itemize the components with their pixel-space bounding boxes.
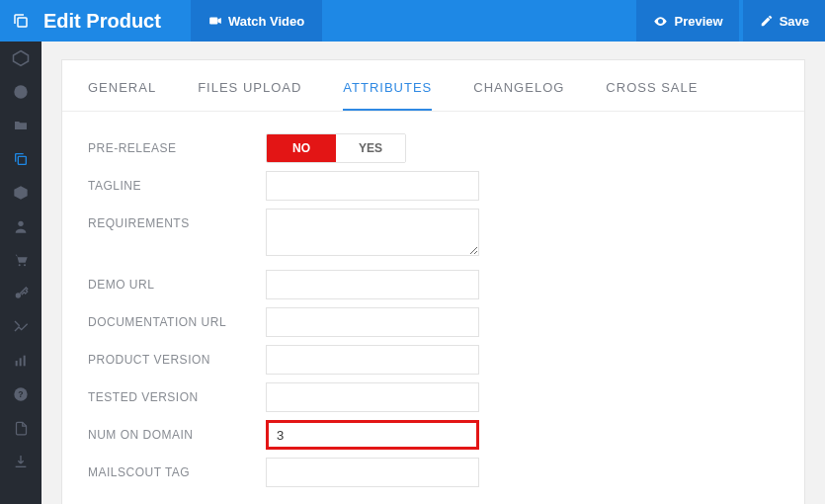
tab-attributes[interactable]: ATTRIBUTES: [343, 80, 432, 111]
label-pre-release: PRE-RELEASE: [88, 133, 266, 155]
tab-changelog[interactable]: CHANGELOG: [473, 80, 564, 111]
tab-general[interactable]: GENERAL: [88, 80, 156, 111]
edit-icon: [760, 14, 774, 28]
watch-video-button[interactable]: Watch Video: [191, 0, 322, 42]
sidebar-item-box[interactable]: [0, 176, 41, 210]
sidebar: ?: [0, 42, 41, 504]
svg-point-8: [16, 293, 21, 297]
svg-rect-0: [18, 18, 27, 27]
card: GENERAL FILES UPLOAD ATTRIBUTES CHANGELO…: [61, 59, 805, 504]
tabs: GENERAL FILES UPLOAD ATTRIBUTES CHANGELO…: [62, 60, 804, 112]
row-mailscout-tag: MAILSCOUT TAG: [62, 458, 804, 487]
svg-rect-11: [24, 356, 26, 367]
copy-icon: [0, 0, 41, 42]
sidebar-item-help[interactable]: ?: [0, 378, 41, 411]
label-tested-version: TESTED VERSION: [88, 382, 266, 404]
sidebar-item-products[interactable]: [0, 142, 41, 176]
label-tagline: TAGLINE: [88, 171, 266, 193]
svg-marker-2: [14, 51, 29, 66]
label-demo-url: DEMO URL: [88, 270, 266, 292]
svg-rect-10: [20, 358, 22, 366]
sidebar-item-key[interactable]: [0, 277, 41, 310]
label-num-on-domain: NUM ON DOMAIN: [88, 420, 266, 442]
input-num-on-domain[interactable]: [266, 420, 479, 450]
sidebar-item-user[interactable]: [0, 210, 41, 243]
sidebar-item-download[interactable]: [0, 445, 41, 478]
input-requirements[interactable]: [266, 209, 479, 256]
row-tested-version: TESTED VERSION: [62, 382, 804, 412]
svg-rect-1: [209, 18, 217, 25]
video-icon: [208, 14, 222, 28]
watch-video-label: Watch Video: [228, 14, 304, 29]
eye-icon: [653, 14, 668, 29]
svg-rect-4: [18, 156, 26, 164]
input-tested-version[interactable]: [266, 382, 479, 412]
page-title: Edit Product: [41, 10, 191, 33]
svg-text:?: ?: [18, 389, 23, 399]
tab-cross-sale[interactable]: CROSS SALE: [606, 80, 698, 111]
sidebar-item-folder[interactable]: [0, 109, 41, 142]
form-area: PRE-RELEASE NO YES TAGLINE REQUIREMENTS …: [62, 112, 804, 504]
row-tagline: TAGLINE: [62, 171, 804, 201]
row-documentation-url: DOCUMENTATION URL: [62, 307, 804, 337]
sidebar-item-logo[interactable]: [0, 42, 41, 75]
input-mailscout-tag[interactable]: [266, 458, 479, 487]
svg-rect-9: [16, 361, 18, 366]
svg-point-3: [14, 85, 27, 98]
row-demo-url: DEMO URL: [62, 270, 804, 299]
row-requirements: REQUIREMENTS: [62, 209, 804, 256]
input-tagline[interactable]: [266, 171, 479, 201]
save-button[interactable]: Save: [743, 0, 825, 42]
label-requirements: REQUIREMENTS: [88, 209, 266, 230]
label-product-version: PRODUCT VERSION: [88, 345, 266, 367]
sidebar-item-page[interactable]: [0, 411, 41, 445]
svg-point-6: [19, 264, 21, 266]
preview-label: Preview: [674, 14, 722, 29]
row-pre-release: PRE-RELEASE NO YES: [62, 133, 804, 163]
input-documentation-url[interactable]: [266, 307, 479, 337]
row-num-on-domain: NUM ON DOMAIN: [62, 420, 804, 450]
input-product-version[interactable]: [266, 345, 479, 375]
pre-release-toggle: NO YES: [266, 133, 406, 163]
row-product-version: PRODUCT VERSION: [62, 345, 804, 375]
pre-release-yes[interactable]: YES: [336, 134, 405, 162]
save-label: Save: [780, 14, 809, 29]
sidebar-item-tools[interactable]: [0, 310, 41, 344]
preview-button[interactable]: Preview: [636, 0, 738, 42]
sidebar-item-dashboard[interactable]: [0, 75, 41, 109]
tab-files-upload[interactable]: FILES UPLOAD: [198, 80, 301, 111]
main: GENERAL FILES UPLOAD ATTRIBUTES CHANGELO…: [41, 42, 825, 504]
label-documentation-url: DOCUMENTATION URL: [88, 307, 266, 329]
svg-point-5: [18, 221, 23, 226]
input-demo-url[interactable]: [266, 270, 479, 299]
body-row: ? GENERAL FILES UPLOAD ATTRIBUTES CHANGE…: [0, 42, 825, 504]
pre-release-no[interactable]: NO: [267, 134, 336, 162]
svg-point-7: [24, 264, 26, 266]
sidebar-item-cart[interactable]: [0, 243, 41, 277]
sidebar-item-chart[interactable]: [0, 344, 41, 378]
header: Edit Product Watch Video Preview Save: [0, 0, 825, 42]
label-mailscout-tag: MAILSCOUT TAG: [88, 458, 266, 479]
